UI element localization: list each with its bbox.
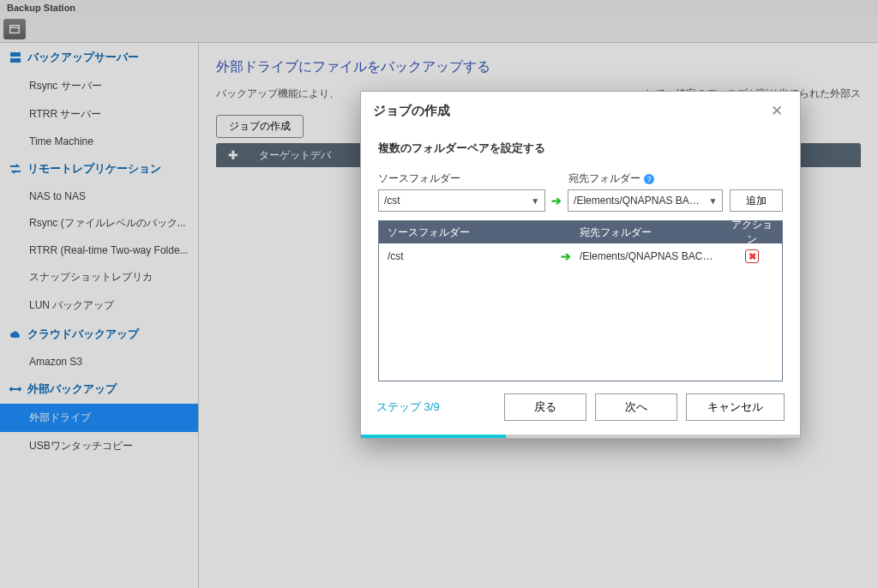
- arrow-right-icon: ➔: [561, 249, 571, 263]
- pair-row-source: /cst: [379, 250, 552, 262]
- add-pair-button[interactable]: 追加: [730, 189, 783, 212]
- pair-th-source: ソースフォルダー: [379, 225, 552, 240]
- source-folder-label: ソースフォルダー: [378, 171, 546, 186]
- back-button[interactable]: 戻る: [504, 393, 586, 421]
- pair-th-action: アクション: [722, 218, 782, 247]
- chevron-down-icon: ▼: [708, 196, 717, 206]
- arrow-right-icon: ➔: [551, 194, 562, 207]
- close-icon[interactable]: ✕: [766, 100, 788, 122]
- table-row: /cst ➔ /Elements/QNAPNAS BACKUP ✖: [379, 243, 782, 269]
- next-button[interactable]: 次へ: [595, 393, 677, 421]
- chevron-down-icon: ▼: [531, 196, 539, 206]
- modal-step-title: 複数のフォルダーペアを設定する: [378, 141, 783, 156]
- folder-pair-table: ソースフォルダー 宛先フォルダー アクション /cst ➔ /Elements/…: [378, 220, 783, 381]
- cancel-button[interactable]: キャンセル: [686, 393, 785, 421]
- delete-row-icon[interactable]: ✖: [745, 249, 759, 263]
- pair-th-dest: 宛先フォルダー: [571, 225, 722, 240]
- step-indicator: ステップ 3/9: [376, 399, 440, 415]
- wizard-progress-fill: [361, 435, 506, 438]
- help-icon[interactable]: ?: [644, 174, 654, 184]
- modal-title: ジョブの作成: [373, 103, 450, 119]
- wizard-progress: [361, 435, 800, 438]
- source-folder-dropdown[interactable]: /cst▼: [378, 189, 545, 212]
- dest-folder-label: 宛先フォルダー?: [568, 171, 725, 186]
- create-job-modal: ジョブの作成 ✕ 複数のフォルダーペアを設定する ソースフォルダー 宛先フォルダ…: [360, 91, 801, 439]
- pair-row-dest: /Elements/QNAPNAS BACKUP: [571, 250, 722, 262]
- dest-folder-dropdown[interactable]: /Elements/QNAPNAS BACKUP▼: [568, 189, 723, 212]
